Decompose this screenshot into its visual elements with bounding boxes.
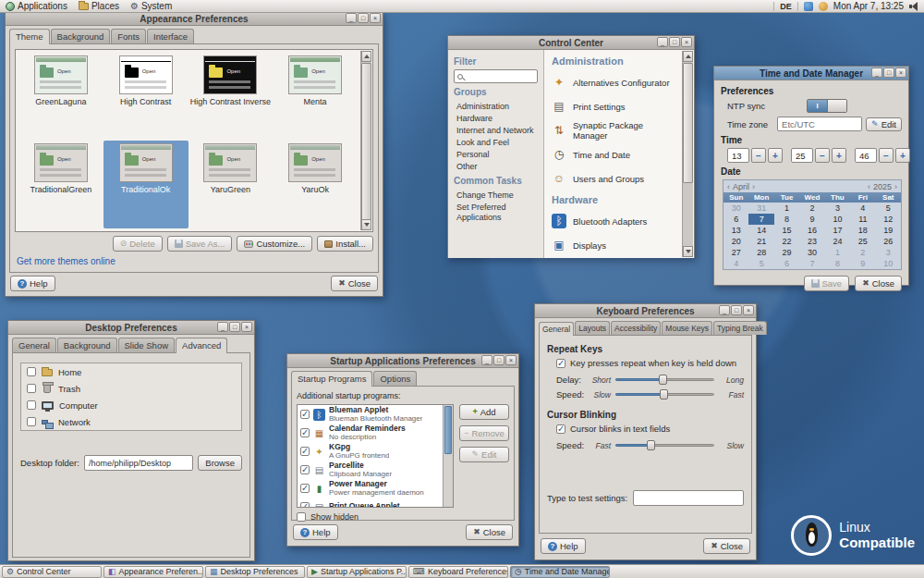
theme-high-contrast[interactable]: OpenHigh Contrast xyxy=(103,53,188,141)
help-button[interactable]: ?Help xyxy=(541,538,586,554)
calendar-day[interactable]: 15 xyxy=(774,225,799,236)
prev-year-icon[interactable]: ‹ xyxy=(868,182,870,191)
menu-applications[interactable]: Applications xyxy=(0,0,73,12)
browse-button[interactable]: Browse xyxy=(198,455,242,471)
theme-menta[interactable]: OpenMenta xyxy=(273,53,358,141)
group-hardware[interactable]: Hardware xyxy=(454,112,538,124)
close-icon[interactable]: × xyxy=(241,322,252,332)
titlebar[interactable]: Startup Applications Preferences _ □ × xyxy=(287,354,518,368)
tab-general[interactable]: General xyxy=(12,338,56,352)
startup-blueman-applet[interactable]: ᛒBlueman AppletBlueman Bluetooth Manager xyxy=(298,405,443,424)
minimize-icon[interactable]: _ xyxy=(346,13,357,23)
close-icon[interactable]: × xyxy=(895,68,906,78)
tab-options[interactable]: Options xyxy=(373,371,417,386)
calendar-day[interactable]: 27 xyxy=(723,247,748,258)
group-personal[interactable]: Personal xyxy=(454,148,538,160)
calendar-day[interactable]: 8 xyxy=(825,258,850,269)
close-icon[interactable]: × xyxy=(370,13,381,23)
tab-fonts[interactable]: Fonts xyxy=(111,29,146,43)
close-icon[interactable]: × xyxy=(743,305,754,315)
calendar-day[interactable]: 31 xyxy=(748,203,773,214)
startup-scrollbar[interactable] xyxy=(443,405,453,507)
help-button[interactable]: ?Help xyxy=(10,276,55,291)
calendar-day[interactable]: 16 xyxy=(799,225,824,236)
checkbox[interactable] xyxy=(27,417,36,426)
hours-decrease-button[interactable]: − xyxy=(751,148,766,163)
calendar-day[interactable]: 9 xyxy=(850,258,875,269)
notification-tray-icon[interactable] xyxy=(819,2,828,11)
calendar-day[interactable]: 13 xyxy=(723,225,748,236)
calendar-day[interactable]: 4 xyxy=(850,203,875,214)
cc-item-synaptic-package-manager[interactable]: ⇅Synaptic Package Manager xyxy=(552,118,679,142)
install-button[interactable]: Install... xyxy=(317,236,373,252)
scroll-down-icon[interactable] xyxy=(683,246,693,257)
close-icon[interactable]: × xyxy=(681,37,692,47)
edit-button[interactable]: ✎Edit xyxy=(459,447,509,462)
checkbox[interactable] xyxy=(300,428,310,437)
checkbox[interactable] xyxy=(300,447,310,456)
calendar-day[interactable]: 22 xyxy=(774,236,799,247)
taskbar-keyboard-preferences[interactable]: ⌨Keyboard Preferences xyxy=(408,566,508,578)
minimize-icon[interactable]: _ xyxy=(481,355,492,365)
calendar-day[interactable]: 24 xyxy=(825,236,850,247)
calendar-day[interactable]: 10 xyxy=(876,258,901,269)
calendar-day[interactable]: 3 xyxy=(825,203,850,214)
startup-print-queue-applet[interactable]: ▤Print Queue Applet xyxy=(298,498,443,507)
minimize-icon[interactable]: _ xyxy=(657,37,668,47)
scrollbar-thumb[interactable] xyxy=(444,406,452,454)
taskbar-desktop-preferences[interactable]: ▦Desktop Preferences xyxy=(205,566,305,578)
taskbar-time-and-date-manager[interactable]: ◷Time and Date Manager xyxy=(510,566,610,578)
maximize-icon[interactable]: □ xyxy=(669,37,680,47)
tab-background[interactable]: Background xyxy=(57,338,117,352)
calendar-day[interactable]: 26 xyxy=(876,236,901,247)
calendar-day[interactable]: 1 xyxy=(774,203,799,214)
desktop-item-network[interactable]: Network xyxy=(21,413,241,430)
group-other[interactable]: Other xyxy=(454,160,538,172)
calendar-day[interactable]: 7 xyxy=(799,258,824,269)
desktop-item-home[interactable]: Home xyxy=(21,363,241,380)
cc-item-users-and-groups[interactable]: ☺Users and Groups xyxy=(552,166,679,191)
tab-startup-programs[interactable]: Startup Programs xyxy=(291,371,372,387)
bluetooth-tray-icon[interactable] xyxy=(804,2,813,11)
tab-layouts[interactable]: Layouts xyxy=(575,321,610,335)
repeat-keys-checkbox[interactable] xyxy=(556,359,565,368)
seconds-field[interactable]: 46 xyxy=(855,148,877,163)
calendar-day[interactable]: 19 xyxy=(876,225,901,236)
cc-item-displays[interactable]: ▣Displays xyxy=(552,233,679,257)
calendar-day[interactable]: 23 xyxy=(799,236,824,247)
delete-theme-button[interactable]: ⊘Delete xyxy=(113,236,163,252)
desktop-item-computer[interactable]: Computer xyxy=(21,397,241,413)
theme-traditionalok[interactable]: OpenTraditionalOk xyxy=(103,141,188,228)
group-look-and-feel[interactable]: Look and Feel xyxy=(454,136,538,148)
seconds-decrease-button[interactable]: − xyxy=(879,148,894,163)
calendar-day[interactable]: 21 xyxy=(748,236,773,247)
tab-mouse-keys[interactable]: Mouse Keys xyxy=(662,321,712,335)
help-button[interactable]: ?Help xyxy=(293,524,338,540)
cursor-blink-checkbox[interactable] xyxy=(556,424,565,434)
calendar-day[interactable]: 6 xyxy=(774,258,799,269)
desktop-folder-field[interactable]: /home/philipp/Desktop xyxy=(84,455,193,471)
cc-item-print-settings[interactable]: ▤Print Settings xyxy=(552,94,679,118)
taskbar-appearance-preferen[interactable]: ◧Appearance Preferen... xyxy=(103,566,203,578)
calendar-day[interactable]: 18 xyxy=(850,225,875,236)
hours-field[interactable]: 13 xyxy=(727,148,749,163)
ntp-sync-switch[interactable]: I xyxy=(807,99,847,113)
save-button[interactable]: Save xyxy=(804,276,850,291)
remove-button[interactable]: −Remove xyxy=(459,425,509,441)
volume-icon[interactable] xyxy=(909,2,919,11)
add-button[interactable]: +Add xyxy=(459,404,509,420)
checkbox[interactable] xyxy=(300,465,310,474)
task-set-preferred-applications[interactable]: Set Preferred Applications xyxy=(454,202,538,225)
timezone-field[interactable]: Etc/UTC xyxy=(777,117,862,131)
seconds-increase-button[interactable]: + xyxy=(895,148,910,163)
slider-handle[interactable] xyxy=(647,440,655,450)
theme-traditionalgreen[interactable]: OpenTraditionalGreen xyxy=(18,141,103,228)
theme-scrollbar[interactable] xyxy=(360,51,371,230)
calendar-day[interactable]: 11 xyxy=(850,214,875,225)
scroll-down-icon[interactable] xyxy=(361,219,371,230)
scrollbar-thumb[interactable] xyxy=(683,63,693,183)
maximize-icon[interactable]: □ xyxy=(731,305,742,315)
test-settings-input[interactable] xyxy=(633,490,744,506)
checkbox[interactable] xyxy=(300,484,310,493)
scroll-up-icon[interactable] xyxy=(361,51,371,62)
